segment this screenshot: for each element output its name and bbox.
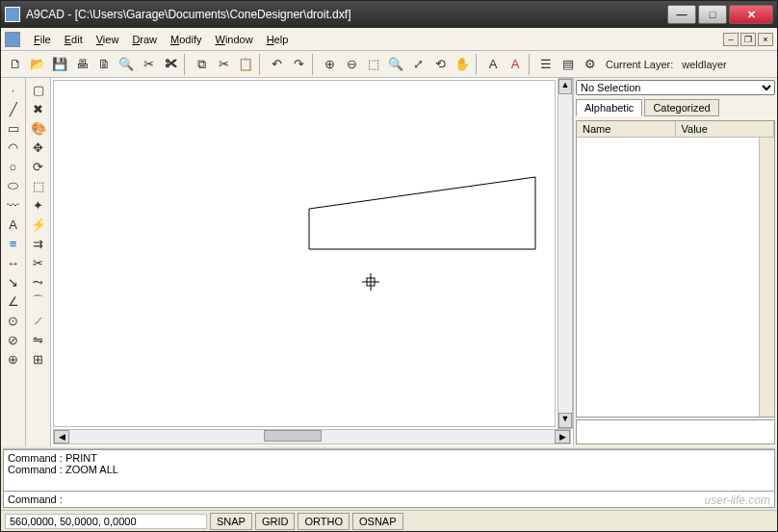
zoom-in-button[interactable]: ⊕ (319, 54, 340, 75)
grid-toggle[interactable]: GRID (255, 513, 296, 530)
minimize-button[interactable]: — (667, 5, 696, 24)
line-button[interactable]: ╱ (3, 99, 24, 118)
properties-button[interactable]: ☰ (535, 54, 557, 75)
rectangle-button[interactable]: ▭ (3, 118, 24, 138)
snap-toggle[interactable]: SNAP (210, 513, 252, 530)
mdi-minimize-button[interactable]: – (723, 33, 739, 46)
menu-help[interactable]: Help (261, 32, 295, 47)
find-button[interactable]: 🔍 (116, 54, 137, 75)
zoom-window-button[interactable]: ⬚ (363, 54, 384, 75)
mdi-restore-button[interactable]: ❐ (740, 33, 756, 46)
copy-button[interactable]: ⧉ (191, 54, 212, 75)
rotate-button[interactable]: ⟳ (28, 157, 49, 176)
zoom-extents-button[interactable]: ⤢ (407, 54, 428, 75)
chamfer-button[interactable]: ⟋ (28, 311, 49, 330)
extend-button[interactable]: ⤳ (28, 272, 49, 291)
menu-view[interactable]: View (91, 32, 125, 47)
drawing-canvas[interactable] (53, 80, 556, 427)
menu-edit[interactable]: Edit (59, 32, 89, 47)
command-input[interactable] (66, 494, 770, 505)
angle-dim-button[interactable]: ∠ (3, 291, 24, 311)
dim-style-button[interactable]: A (505, 54, 526, 75)
offset-button[interactable]: ⇉ (28, 234, 49, 253)
command-prompt: Command : (8, 494, 63, 505)
erase-button[interactable]: ✖ (28, 99, 49, 118)
canvas-vscrollbar[interactable]: ▲ ▼ (558, 78, 573, 429)
cut-button[interactable]: ✂ (213, 54, 234, 75)
break-button[interactable]: ⚡ (28, 215, 49, 234)
menu-file[interactable]: File (28, 32, 57, 47)
maximize-button[interactable]: □ (698, 5, 727, 24)
draw-toolbar: · ╱ ▭ ◠ ○ ⬭ 〰 A ≡ ↔ ↘ ∠ ⊙ ⊘ ⊕ (1, 78, 26, 446)
selection-dropdown[interactable]: No Selection (576, 80, 775, 95)
scroll-down-icon[interactable]: ▼ (558, 413, 572, 428)
scroll-thumb[interactable] (264, 430, 322, 442)
titlebar: A9CAD - [C:\Users\Garage\Documents\ConeD… (1, 1, 777, 28)
layer-label: Current Layer: (602, 59, 677, 70)
move-button[interactable]: ✥ (28, 138, 49, 157)
circle-button[interactable]: ○ (3, 157, 24, 176)
arc-button[interactable]: ◠ (3, 138, 24, 157)
open-button[interactable]: 📂 (27, 54, 48, 75)
layer-value: weldlayer (678, 59, 730, 70)
print-button[interactable]: 🖶 (71, 54, 92, 75)
array-button[interactable]: ⊞ (28, 349, 49, 368)
settings-button[interactable]: ⚙ (580, 54, 601, 75)
command-log: Command : PRINT Command : ZOOM ALL (3, 449, 775, 492)
ordinate-button[interactable]: ⊕ (3, 349, 24, 368)
undo-button[interactable]: ↶ (266, 54, 287, 75)
tab-categorized[interactable]: Categorized (644, 99, 718, 116)
scroll-left-icon[interactable]: ◀ (54, 430, 69, 443)
print-preview-button[interactable]: 🗎 (93, 54, 115, 75)
scroll-right-icon[interactable]: ▶ (555, 430, 570, 443)
tab-alphabetic[interactable]: Alphabetic (576, 99, 642, 116)
pan-button[interactable]: ✋ (452, 54, 473, 75)
properties-panel: No Selection Alphabetic Categorized Name… (573, 78, 777, 446)
osnap-toggle[interactable]: OSNAP (352, 513, 403, 530)
text-style-button[interactable]: A (482, 54, 504, 75)
radius-dim-button[interactable]: ⊙ (3, 311, 24, 330)
props-vscrollbar[interactable] (759, 138, 774, 417)
drawing-shape (304, 172, 545, 259)
point-button[interactable]: · (3, 80, 24, 99)
ortho-toggle[interactable]: ORTHO (298, 513, 350, 530)
menu-draw[interactable]: Draw (126, 32, 163, 47)
menu-window[interactable]: Window (209, 32, 258, 47)
new-button[interactable]: 🗋 (5, 54, 26, 75)
command-area: Command : PRINT Command : ZOOM ALL Comma… (3, 448, 775, 508)
crosshair-cursor (362, 273, 379, 291)
menubar: File Edit View Draw Modify Window Help –… (1, 28, 777, 51)
close-button[interactable]: ✕ (729, 5, 773, 24)
cut-tool-button[interactable]: ✂ (138, 54, 159, 75)
trim-button[interactable]: ✀ (160, 54, 181, 75)
canvas-hscrollbar[interactable]: ◀ ▶ (53, 429, 571, 444)
paste-button[interactable]: 📋 (235, 54, 256, 75)
zoom-out-button[interactable]: ⊖ (341, 54, 362, 75)
app-icon (5, 7, 20, 22)
diameter-dim-button[interactable]: ⊘ (3, 330, 24, 349)
mirror-button[interactable]: ⇋ (28, 330, 49, 349)
modify-toolbar: ▢ ✖ 🎨 ✥ ⟳ ⬚ ✦ ⚡ ⇉ ✂ ⤳ ⌒ ⟋ ⇋ ⊞ (26, 78, 51, 446)
hatch-button[interactable]: ≡ (3, 234, 24, 253)
layer-button[interactable]: ▤ (558, 54, 579, 75)
trim2-button[interactable]: ✂ (28, 253, 49, 272)
scale-button[interactable]: ⬚ (28, 176, 49, 195)
polyline-button[interactable]: 〰 (3, 195, 24, 215)
mdi-close-button[interactable]: × (758, 33, 773, 46)
dimension-button[interactable]: ↔ (3, 253, 24, 272)
coordinates-display: 560,0000, 50,0000, 0,0000 (5, 514, 207, 529)
scroll-up-icon[interactable]: ▲ (558, 79, 572, 94)
explode-button[interactable]: ✦ (28, 195, 49, 215)
menu-modify[interactable]: Modify (165, 32, 207, 47)
text-button[interactable]: A (3, 215, 24, 234)
redo-button[interactable]: ↷ (288, 54, 309, 75)
zoom-all-button[interactable]: 🔍 (385, 54, 406, 75)
leader-button[interactable]: ↘ (3, 272, 24, 291)
zoom-previous-button[interactable]: ⟲ (429, 54, 451, 75)
separator (312, 54, 316, 75)
select-button[interactable]: ▢ (28, 80, 49, 99)
fillet-button[interactable]: ⌒ (28, 291, 49, 311)
color-button[interactable]: 🎨 (28, 118, 49, 138)
save-button[interactable]: 💾 (49, 54, 70, 75)
ellipse-button[interactable]: ⬭ (3, 176, 24, 195)
